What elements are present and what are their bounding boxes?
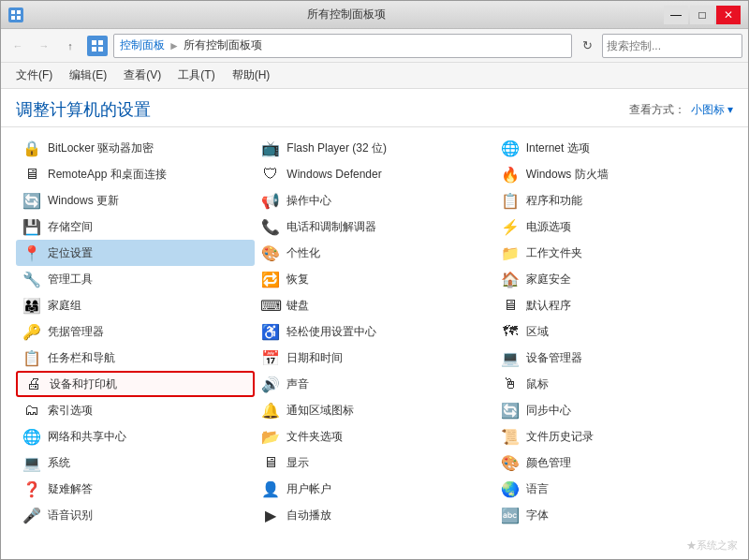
list-item[interactable]: 📜文件历史记录	[494, 423, 733, 449]
maximize-button[interactable]: □	[690, 6, 714, 24]
menu-help[interactable]: 帮助(H)	[225, 65, 278, 86]
close-button[interactable]: ✕	[716, 6, 741, 24]
list-item[interactable]: 🌏语言	[494, 476, 733, 502]
list-item[interactable]: 🗂索引选项	[16, 397, 255, 423]
list-item[interactable]: 👨‍👩‍👧家庭组	[16, 292, 255, 318]
list-item[interactable]: 📍定位设置	[16, 240, 255, 266]
item-label: 键盘	[286, 298, 309, 314]
menu-edit[interactable]: 编辑(E)	[62, 65, 114, 86]
list-item[interactable]: 🌐Internet 选项	[494, 135, 733, 161]
list-item[interactable]: 📋任务栏和导航	[16, 345, 255, 371]
list-item[interactable]: 🎨个性化	[255, 240, 493, 266]
item-label: 用户帐户	[286, 481, 331, 497]
item-icon: 🖥	[260, 452, 281, 473]
item-icon: 🖱	[500, 374, 521, 394]
menu-tools[interactable]: 工具(T)	[170, 65, 222, 86]
item-label: Windows Defender	[286, 168, 381, 181]
item-icon: ▶	[260, 505, 281, 525]
item-icon: 📋	[500, 190, 521, 211]
search-input[interactable]	[603, 39, 749, 52]
list-item[interactable]: 🖥显示	[255, 449, 493, 476]
list-item[interactable]: ❓疑难解答	[16, 476, 255, 502]
back-button[interactable]: ←	[7, 35, 29, 57]
up-button[interactable]: ↑	[59, 35, 81, 57]
list-item[interactable]: 📞电话和调制解调器	[255, 214, 493, 240]
item-icon: 🌏	[500, 479, 521, 499]
item-label: 个性化	[286, 245, 320, 261]
list-item[interactable]: 👤用户帐户	[255, 476, 493, 502]
item-icon: 🎨	[500, 452, 521, 473]
list-item[interactable]: 💻系统	[16, 449, 255, 476]
location-icon	[87, 36, 108, 56]
item-icon: 🗺	[500, 321, 521, 342]
list-item[interactable]: 🖥默认程序	[494, 292, 733, 318]
item-label: 凭据管理器	[48, 324, 104, 340]
item-icon: 💻	[500, 347, 521, 368]
list-item[interactable]: 📂文件夹选项	[255, 423, 493, 449]
list-item[interactable]: 🔊声音	[255, 371, 493, 397]
list-item[interactable]: ⌨键盘	[255, 292, 493, 318]
list-item[interactable]: 🛡Windows Defender	[255, 161, 493, 187]
item-icon: 📢	[260, 190, 281, 211]
item-icon: 🎤	[22, 505, 42, 525]
item-icon: 🔤	[500, 505, 521, 525]
list-item[interactable]: 🖱鼠标	[494, 371, 733, 397]
list-item[interactable]: 🔒BitLocker 驱动器加密	[16, 135, 255, 161]
item-icon: 👨‍👩‍👧	[22, 295, 42, 316]
item-label: Flash Player (32 位)	[286, 140, 387, 156]
list-item[interactable]: 📁工作文件夹	[494, 240, 733, 266]
refresh-button[interactable]: ↻	[576, 35, 598, 57]
item-label: 文件夹选项	[286, 429, 343, 445]
list-item[interactable]: 📅日期和时间	[255, 345, 493, 371]
content-header: 调整计算机的设置 查看方式： 小图标 ▾	[1, 89, 748, 127]
list-item[interactable]: 🔤字体	[494, 502, 733, 528]
item-icon: ⚡	[500, 216, 521, 237]
list-item[interactable]: 📢操作中心	[255, 187, 493, 214]
address-bar: ← → ↑ 控制面板 ► 所有控制面板项 ↻ 🔍	[1, 29, 748, 63]
list-item[interactable]: 🗺区域	[494, 318, 733, 345]
list-item[interactable]: 🔄Windows 更新	[16, 187, 255, 214]
list-item[interactable]: 🎤语音识别	[16, 502, 255, 528]
item-label: 日期和时间	[286, 350, 343, 366]
forward-button[interactable]: →	[33, 35, 55, 57]
list-item[interactable]: 🏠家庭安全	[494, 266, 733, 292]
list-item[interactable]: 📋程序和功能	[494, 187, 733, 214]
list-item[interactable]: 🔁恢复	[255, 266, 493, 292]
item-icon: 🔒	[22, 138, 42, 158]
list-item[interactable]: 🔄同步中心	[494, 397, 733, 423]
list-item[interactable]: 🔔通知区域图标	[255, 397, 493, 423]
item-label: 显示	[286, 455, 309, 471]
list-item[interactable]: 📺Flash Player (32 位)	[255, 135, 493, 161]
list-item[interactable]: ▶自动播放	[255, 502, 493, 528]
item-label: 设备管理器	[526, 350, 582, 366]
breadcrumb-home[interactable]: 控制面板	[120, 37, 165, 53]
list-item[interactable]: 💻设备管理器	[494, 345, 733, 371]
list-item[interactable]: 🔥Windows 防火墙	[494, 161, 733, 187]
list-item[interactable]: ⚡电源选项	[494, 214, 733, 240]
list-item[interactable]: 🖥RemoteApp 和桌面连接	[16, 161, 255, 187]
page-title: 调整计算机的设置	[16, 98, 151, 121]
item-label: 索引选项	[48, 403, 93, 419]
list-item[interactable]: 🔑凭据管理器	[16, 318, 255, 345]
item-label: 通知区域图标	[286, 403, 354, 419]
menu-file[interactable]: 文件(F)	[8, 65, 60, 86]
item-icon: 🎨	[260, 243, 281, 263]
menu-view[interactable]: 查看(V)	[116, 65, 169, 86]
list-item[interactable]: 🔧管理工具	[16, 266, 255, 292]
list-item[interactable]: ♿轻松使用设置中心	[255, 318, 493, 345]
item-label: 电话和调制解调器	[286, 219, 376, 235]
list-item[interactable]: 💾存储空间	[16, 214, 255, 240]
item-label: 设备和打印机	[50, 376, 117, 392]
main-content: 调整计算机的设置 查看方式： 小图标 ▾ 🔒BitLocker 驱动器加密📺Fl…	[1, 89, 748, 559]
list-item[interactable]: 🎨颜色管理	[494, 449, 733, 476]
item-icon: 🌐	[500, 138, 521, 158]
minimize-button[interactable]: —	[664, 6, 688, 24]
view-mode-selector[interactable]: 小图标 ▾	[691, 102, 733, 118]
list-item[interactable]: 🌐网络和共享中心	[16, 423, 255, 449]
item-icon: 🔑	[22, 321, 42, 342]
list-item[interactable]: 🖨设备和打印机	[16, 371, 255, 397]
address-path: 控制面板 ► 所有控制面板项	[113, 34, 572, 58]
item-icon: 📋	[22, 347, 42, 368]
item-label: 轻松使用设置中心	[286, 324, 376, 340]
item-icon: 🗂	[22, 400, 42, 420]
